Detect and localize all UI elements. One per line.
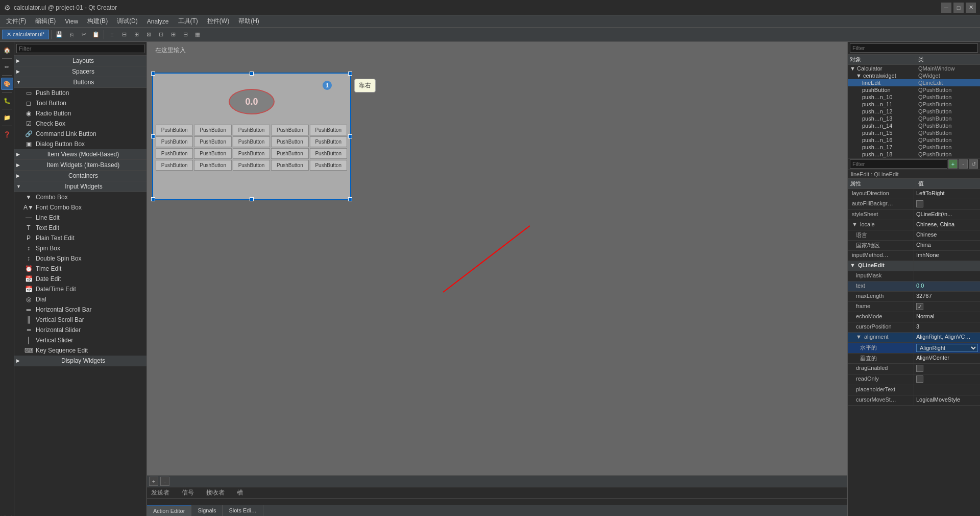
item-plain-text-edit[interactable]: P Plain Text Edit bbox=[14, 233, 146, 243]
obj-row-pushn18[interactable]: push…n_18 QPushButton bbox=[848, 151, 980, 158]
prop-frame[interactable]: frame bbox=[848, 302, 980, 312]
obj-row-pushbutton[interactable]: pushButton QPushButton bbox=[848, 86, 980, 93]
prop-filter-minus[interactable]: - bbox=[959, 159, 968, 169]
widget-filter-input[interactable] bbox=[16, 44, 144, 53]
prop-locale-country[interactable]: 国家/地区 China bbox=[848, 241, 980, 251]
grid-btn-8[interactable]: PushButton bbox=[271, 136, 308, 147]
alignment-expand-icon[interactable]: ▼ bbox=[856, 334, 862, 340]
mode-debug[interactable]: 🐛 bbox=[1, 95, 13, 107]
item-time-edit[interactable]: ⏰ Time Edit bbox=[14, 264, 146, 274]
prop-placeholder[interactable]: placeholderText bbox=[848, 385, 980, 395]
grid-btn-11[interactable]: PushButton bbox=[194, 148, 231, 159]
prop-align-v[interactable]: 垂直的 AlignVCenter bbox=[848, 354, 980, 364]
obj-row-pushn17[interactable]: push…n_17 QPushButton bbox=[848, 144, 980, 151]
menu-build[interactable]: 构建(B) bbox=[83, 16, 112, 27]
item-date-edit[interactable]: 📅 Date Edit bbox=[14, 274, 146, 284]
canvas-widget-frame[interactable]: 0.0 1 靠右 PushButton PushButton PushBut bbox=[152, 73, 351, 200]
item-command-link[interactable]: 🔗 Command Link Button bbox=[14, 129, 146, 139]
menu-widgets[interactable]: 控件(W) bbox=[203, 16, 233, 27]
mode-edit[interactable]: ✏ bbox=[1, 61, 13, 73]
mode-welcome[interactable]: 🏠 bbox=[1, 44, 13, 56]
prop-max-length[interactable]: maxLength 32767 bbox=[848, 292, 980, 302]
obj-row-pushn12[interactable]: push…n_12 QPushButton bbox=[848, 108, 980, 115]
item-check-box[interactable]: ☑ Check Box bbox=[14, 119, 146, 129]
prop-drag-enabled[interactable]: dragEnabled bbox=[848, 364, 980, 374]
group-display[interactable]: ▶ Display Widgets bbox=[14, 356, 146, 366]
grid-btn-6[interactable]: PushButton bbox=[194, 136, 231, 147]
align-h-select[interactable]: AlignRight AlignLeft AlignCenter bbox=[916, 344, 978, 352]
item-key-seq[interactable]: ⌨ Key Sequence Edit bbox=[14, 345, 146, 356]
prop-input-mask[interactable]: inputMask bbox=[848, 271, 980, 282]
tb-align1[interactable]: ≡ bbox=[106, 29, 117, 40]
obj-row-pushn14[interactable]: push…n_14 QPushButton bbox=[848, 122, 980, 129]
grid-btn-16[interactable]: PushButton bbox=[194, 160, 231, 171]
item-text-edit[interactable]: T Text Edit bbox=[14, 223, 146, 233]
tb-align2[interactable]: ⊟ bbox=[118, 29, 130, 40]
tb-cut[interactable]: ✂ bbox=[78, 29, 89, 40]
locale-expand-icon[interactable]: ▼ bbox=[852, 221, 857, 227]
grid-btn-10[interactable]: PushButton bbox=[156, 148, 193, 159]
minimize-button[interactable]: ─ bbox=[941, 3, 951, 13]
tb-align8[interactable]: ▦ bbox=[192, 29, 203, 40]
menu-file[interactable]: 文件(F) bbox=[2, 16, 30, 27]
item-font-combo-box[interactable]: A▼ Font Combo Box bbox=[14, 202, 146, 213]
prop-input-method[interactable]: inputMethod… ImhNone bbox=[848, 251, 980, 261]
prop-filter-input[interactable] bbox=[850, 159, 947, 169]
item-v-slider[interactable]: │ Vertical Slider bbox=[14, 335, 146, 345]
item-combo-box[interactable]: ▼ Combo Box bbox=[14, 192, 146, 202]
prop-filter-reset[interactable]: ↺ bbox=[969, 159, 978, 169]
group-buttons[interactable]: ▼ Buttons bbox=[14, 77, 146, 88]
grid-btn-14[interactable]: PushButton bbox=[310, 148, 347, 159]
prop-layout-direction[interactable]: layoutDirection LeftToRight bbox=[848, 189, 980, 199]
item-tool-button[interactable]: ◻ Tool Button bbox=[14, 98, 146, 108]
item-h-scroll[interactable]: ═ Horizontal Scroll Bar bbox=[14, 304, 146, 315]
prop-echo-mode[interactable]: echoMode Normal bbox=[848, 312, 980, 322]
maximize-button[interactable]: □ bbox=[953, 3, 964, 13]
signal-add-btn[interactable]: + bbox=[149, 477, 158, 486]
menu-help[interactable]: 帮助(H) bbox=[234, 16, 263, 27]
item-line-edit[interactable]: — Line Edit bbox=[14, 213, 146, 223]
design-canvas[interactable]: 在这里输入 0.0 bbox=[147, 42, 847, 475]
prop-locale-lang[interactable]: 语言 Chinese bbox=[848, 230, 980, 241]
grid-btn-18[interactable]: PushButton bbox=[271, 160, 308, 171]
mode-projects[interactable]: 📁 bbox=[1, 111, 13, 124]
grid-btn-1[interactable]: PushButton bbox=[194, 125, 231, 135]
item-radio-button[interactable]: ◉ Radio Button bbox=[14, 108, 146, 119]
tb-save[interactable]: 💾 bbox=[54, 29, 65, 40]
qlineedit-expand-icon[interactable]: ▼ bbox=[850, 262, 855, 268]
obj-row-pushn15[interactable]: push…n_15 QPushButton bbox=[848, 129, 980, 136]
menu-debug[interactable]: 调试(D) bbox=[113, 16, 142, 27]
tab-signals[interactable]: Signals bbox=[191, 505, 223, 516]
item-v-scroll[interactable]: ║ Vertical Scroll Bar bbox=[14, 315, 146, 325]
group-item-widgets[interactable]: ▶ Item Widgets (Item-Based) bbox=[14, 160, 146, 171]
tb-align6[interactable]: ⊞ bbox=[167, 29, 179, 40]
obj-row-pushn13[interactable]: push…n_13 QPushButton bbox=[848, 115, 980, 122]
close-button[interactable]: ✕ bbox=[966, 3, 976, 13]
grid-btn-17[interactable]: PushButton bbox=[233, 160, 270, 171]
group-item-views[interactable]: ▶ Item Views (Model-Based) bbox=[14, 149, 146, 160]
menu-analyze[interactable]: Analyze bbox=[143, 17, 173, 26]
grid-btn-7[interactable]: PushButton bbox=[233, 136, 270, 147]
menu-tools[interactable]: 工具(T) bbox=[174, 16, 202, 27]
mode-design[interactable]: 🎨 bbox=[1, 78, 13, 90]
item-dialog-button[interactable]: ▣ Dialog Button Box bbox=[14, 139, 146, 149]
menu-view[interactable]: View bbox=[61, 17, 82, 26]
prop-align-h[interactable]: 水平的 AlignRight AlignLeft AlignCenter bbox=[848, 343, 980, 354]
grid-btn-0[interactable]: PushButton bbox=[156, 125, 193, 135]
prop-group-qlineedit[interactable]: ▼ QLineEdit bbox=[848, 261, 980, 271]
grid-btn-15[interactable]: PushButton bbox=[156, 160, 193, 171]
tab-slots-editor[interactable]: Slots Edi… bbox=[223, 505, 263, 516]
group-input-widgets[interactable]: ▼ Input Widgets bbox=[14, 181, 146, 192]
file-tab[interactable]: ✕ calculator.ui* bbox=[2, 30, 49, 39]
group-containers[interactable]: ▶ Containers bbox=[14, 171, 146, 181]
tab-action-editor[interactable]: Action Editor bbox=[147, 505, 191, 516]
obj-row-pushn16[interactable]: push…n_16 QPushButton bbox=[848, 136, 980, 144]
prop-auto-fill[interactable]: autoFillBackgr… bbox=[848, 199, 980, 210]
tb-align3[interactable]: ⊞ bbox=[131, 29, 142, 40]
obj-row-lineedit[interactable]: lineEdit QLineEdit bbox=[848, 79, 980, 86]
prop-text[interactable]: text 0.0 bbox=[848, 282, 980, 292]
grid-btn-2[interactable]: PushButton bbox=[233, 125, 270, 135]
item-datetime-edit[interactable]: 📅 Date/Time Edit bbox=[14, 284, 146, 294]
checkbox-readonly[interactable] bbox=[916, 376, 923, 383]
tb-align7[interactable]: ⊟ bbox=[180, 29, 191, 40]
